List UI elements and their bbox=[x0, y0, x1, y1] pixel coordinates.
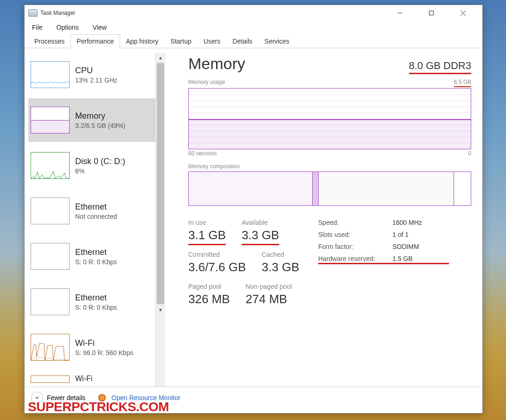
tab-processes[interactable]: Processes bbox=[28, 34, 70, 48]
close-button[interactable] bbox=[453, 6, 473, 20]
form-key: Form factor: bbox=[318, 243, 392, 250]
page-title: Memory bbox=[188, 55, 245, 73]
scroll-up-icon[interactable]: ▲ bbox=[156, 53, 165, 62]
sidebar-container: CPU 13% 2.11 GHz Memory 3.2/6.5 GB (49%) bbox=[25, 48, 173, 387]
maximize-button[interactable] bbox=[421, 6, 442, 20]
sidebar-item-sub: 3.2/6.5 GB (49%) bbox=[75, 122, 125, 129]
desktop-background: Task Manager File Options View Processes… bbox=[0, 0, 506, 420]
sidebar-item-cpu[interactable]: CPU 13% 2.11 GHz bbox=[28, 53, 155, 96]
slots-key: Slots used: bbox=[318, 231, 392, 238]
task-manager-icon bbox=[28, 9, 38, 17]
in-use-label: In use bbox=[188, 219, 226, 226]
paged-value: 326 MB bbox=[188, 292, 230, 306]
sidebar-item-memory[interactable]: Memory 3.2/6.5 GB (49%) bbox=[28, 98, 155, 142]
sidebar-item-label: Wi-Fi bbox=[75, 375, 92, 383]
speed-key: Speed: bbox=[318, 219, 392, 226]
tab-app-history[interactable]: App history bbox=[120, 34, 165, 48]
tab-details[interactable]: Details bbox=[226, 34, 258, 48]
tab-startup[interactable]: Startup bbox=[165, 34, 198, 48]
sidebar-item-label: Ethernet bbox=[75, 202, 117, 212]
available-label: Available bbox=[242, 219, 279, 226]
memory-usage-chart bbox=[188, 88, 471, 149]
ethernet-thumbnail-chart bbox=[31, 197, 70, 224]
minimize-button[interactable] bbox=[390, 6, 410, 20]
sidebar-item-wifi-1[interactable]: Wi-Fi S: 96.0 R: 560 Kbps bbox=[28, 325, 155, 369]
wifi-thumbnail-chart bbox=[31, 375, 70, 383]
sidebar-item-label: CPU bbox=[75, 66, 117, 76]
memory-spec: 8.0 GB DDR3 bbox=[409, 60, 472, 74]
chart-axis-right: 0 bbox=[468, 150, 471, 157]
tab-users[interactable]: Users bbox=[198, 34, 227, 48]
menu-file[interactable]: File bbox=[29, 22, 45, 33]
sidebar-item-label: Memory bbox=[75, 111, 125, 121]
sidebar-item-wifi-2[interactable]: Wi-Fi bbox=[28, 371, 155, 387]
sidebar-item-sub: 13% 2.11 GHz bbox=[75, 76, 117, 84]
menu-view[interactable]: View bbox=[90, 22, 109, 33]
scroll-thumb[interactable] bbox=[157, 63, 164, 304]
in-use-value: 3.1 GB bbox=[188, 228, 226, 242]
chart-label-right: 6.5 GB bbox=[454, 79, 471, 87]
composition-in-use bbox=[189, 172, 312, 205]
composition-label: Memory composition bbox=[188, 163, 471, 170]
body: CPU 13% 2.11 GHz Memory 3.2/6.5 GB (49%) bbox=[25, 48, 482, 387]
menubar: File Options View bbox=[25, 21, 482, 34]
slots-val: 1 of 1 bbox=[392, 231, 409, 238]
chart-label-left: Memory usage bbox=[188, 79, 225, 87]
svg-rect-1 bbox=[429, 11, 434, 15]
memory-composition-bar bbox=[188, 172, 471, 206]
cpu-thumbnail-chart bbox=[31, 61, 70, 88]
committed-value: 3.6/7.6 GB bbox=[188, 260, 246, 274]
sidebar-item-sub: S: 0 R: 0 Kbps bbox=[75, 304, 117, 311]
hw-key: Hardware reserved: bbox=[318, 255, 392, 262]
window-controls bbox=[390, 6, 473, 20]
ethernet-thumbnail-chart bbox=[31, 243, 70, 270]
sidebar-item-sub: S: 0 R: 0 Kbps bbox=[75, 258, 117, 266]
form-val: SODIMM bbox=[392, 243, 419, 250]
sidebar-item-sub: 6% bbox=[75, 167, 125, 175]
sidebar-item-label: Ethernet bbox=[75, 293, 117, 303]
memory-thumbnail-chart bbox=[31, 107, 70, 134]
ethernet-thumbnail-chart bbox=[31, 288, 70, 315]
window-title: Task Manager bbox=[40, 10, 390, 16]
watermark-text: superpctricks.com bbox=[28, 400, 169, 414]
sidebar-item-label: Wi-Fi bbox=[75, 338, 133, 348]
cached-label: Cached bbox=[262, 251, 299, 258]
main-panel: Memory 8.0 GB DDR3 Memory usage 6.5 GB bbox=[173, 48, 482, 387]
wifi-thumbnail-chart bbox=[31, 334, 70, 361]
sidebar-item-ethernet-3[interactable]: Ethernet S: 0 R: 0 Kbps bbox=[28, 280, 155, 324]
sidebar-item-sub: S: 96.0 R: 560 Kbps bbox=[75, 349, 133, 356]
sidebar-item-label: Disk 0 (C: D:) bbox=[75, 157, 125, 166]
sidebar: CPU 13% 2.11 GHz Memory 3.2/6.5 GB (49%) bbox=[28, 53, 155, 387]
cached-value: 3.3 GB bbox=[262, 260, 299, 274]
tab-performance[interactable]: Performance bbox=[70, 34, 120, 48]
sidebar-item-ethernet-1[interactable]: Ethernet Not connected bbox=[28, 189, 155, 233]
composition-free bbox=[454, 172, 471, 205]
scroll-down-icon[interactable]: ▼ bbox=[156, 305, 165, 314]
stats-area: In use 3.1 GB Available 3.3 GB Committed bbox=[188, 219, 471, 315]
committed-label: Committed bbox=[188, 251, 246, 258]
sidebar-item-disk[interactable]: Disk 0 (C: D:) 6% bbox=[28, 144, 155, 187]
speed-val: 1600 MHz bbox=[392, 219, 422, 226]
task-manager-window: Task Manager File Options View Processes… bbox=[24, 5, 483, 414]
titlebar[interactable]: Task Manager bbox=[25, 5, 482, 21]
composition-modified bbox=[312, 172, 319, 205]
sidebar-item-sub: Not connected bbox=[75, 213, 117, 220]
chart-axis-left: 60 seconds bbox=[188, 150, 217, 157]
sidebar-scrollbar[interactable]: ▲ ▼ bbox=[155, 53, 165, 387]
available-value: 3.3 GB bbox=[242, 228, 279, 242]
composition-standby bbox=[319, 172, 453, 205]
info-table: Speed: 1600 MHz Slots used: 1 of 1 Form … bbox=[318, 219, 471, 315]
paged-label: Paged pool bbox=[188, 283, 230, 290]
hw-val: 1.5 GB bbox=[392, 255, 413, 262]
sidebar-item-label: Ethernet bbox=[75, 248, 117, 257]
tabstrip: Processes Performance App history Startu… bbox=[25, 34, 482, 48]
tab-services[interactable]: Services bbox=[258, 34, 295, 48]
nonpaged-label: Non-paged pool bbox=[246, 283, 292, 290]
menu-options[interactable]: Options bbox=[54, 22, 82, 33]
disk-thumbnail-chart bbox=[31, 152, 70, 179]
nonpaged-value: 274 MB bbox=[246, 292, 292, 306]
sidebar-item-ethernet-2[interactable]: Ethernet S: 0 R: 0 Kbps bbox=[28, 235, 155, 278]
